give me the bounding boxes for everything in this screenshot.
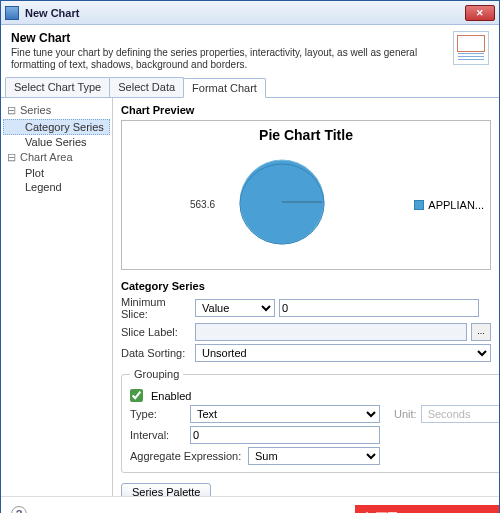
grouping-type-label: Type:	[130, 408, 186, 420]
slice-label-input[interactable]	[195, 323, 467, 341]
grouping-interval-label: Interval:	[130, 429, 186, 441]
grouping-enabled-checkbox[interactable]	[130, 389, 143, 402]
chart-legend: APPLIAN...	[414, 199, 484, 211]
tree-item-value-series[interactable]: Value Series	[3, 135, 110, 149]
header-chart-icon	[453, 31, 489, 65]
button-bar: ? < Back Next 智可网www.hzhike.com	[1, 496, 499, 513]
grouping-legend: Grouping	[130, 368, 183, 380]
aggregate-expr-label: Aggregate Expression:	[130, 450, 244, 462]
category-series-label: Category Series	[121, 280, 491, 292]
watermark: 智可网www.hzhike.com	[355, 505, 499, 513]
tree-item-legend[interactable]: Legend	[3, 180, 110, 194]
window-title: New Chart	[25, 7, 465, 19]
data-sorting-label: Data Sorting:	[121, 347, 191, 359]
tab-format-chart[interactable]: Format Chart	[183, 78, 266, 98]
slice-label-browse-button[interactable]: ...	[471, 323, 491, 341]
grouping-fieldset: Grouping Enabled Type: Text Unit: Second…	[121, 368, 499, 473]
chart-preview-label: Chart Preview	[121, 104, 491, 116]
chart-preview: Pie Chart Title 563.6 APPLIAN...	[121, 120, 491, 270]
dialog-window: New Chart ✕ New Chart Fine tune your cha…	[0, 0, 500, 513]
series-palette-button[interactable]: Series Palette	[121, 483, 211, 496]
aggregate-expr-select[interactable]: Sum	[248, 447, 380, 465]
page-description: Fine tune your chart by defining the ser…	[11, 47, 445, 71]
grouping-interval-input[interactable]	[190, 426, 380, 444]
chart-app-icon	[5, 6, 19, 20]
slice-label-label: Slice Label:	[121, 326, 191, 338]
tree-item-plot[interactable]: Plot	[3, 166, 110, 180]
legend-text: APPLIAN...	[428, 199, 484, 211]
tab-bar: Select Chart Type Select Data Format Cha…	[1, 77, 499, 98]
close-button[interactable]: ✕	[465, 5, 495, 21]
data-sorting-select[interactable]: Unsorted	[195, 344, 491, 362]
legend-swatch	[414, 200, 424, 210]
outline-tree[interactable]: Series Category Series Value Series Char…	[1, 98, 113, 496]
grouping-type-select[interactable]: Text	[190, 405, 380, 423]
page-title: New Chart	[11, 31, 445, 45]
min-slice-label: Minimum Slice:	[121, 296, 191, 320]
pie-slice-label: 563.6	[190, 199, 215, 210]
tree-item-category-series[interactable]: Category Series	[3, 119, 110, 135]
min-slice-type-select[interactable]: Value	[195, 299, 275, 317]
titlebar[interactable]: New Chart ✕	[1, 1, 499, 25]
tree-group-chart-area[interactable]: Chart Area	[7, 151, 110, 164]
chart-title: Pie Chart Title	[122, 127, 490, 143]
grouping-enabled-label: Enabled	[151, 390, 191, 402]
header: New Chart Fine tune your chart by defini…	[1, 25, 499, 75]
grouping-unit-label: Unit:	[394, 408, 417, 420]
pie-chart	[237, 157, 327, 247]
min-slice-value-input[interactable]	[279, 299, 479, 317]
tab-select-data[interactable]: Select Data	[109, 77, 184, 97]
tree-group-series[interactable]: Series	[7, 104, 110, 117]
help-icon[interactable]: ?	[11, 506, 27, 513]
grouping-unit-select: Seconds	[421, 405, 499, 423]
tab-select-chart-type[interactable]: Select Chart Type	[5, 77, 110, 97]
